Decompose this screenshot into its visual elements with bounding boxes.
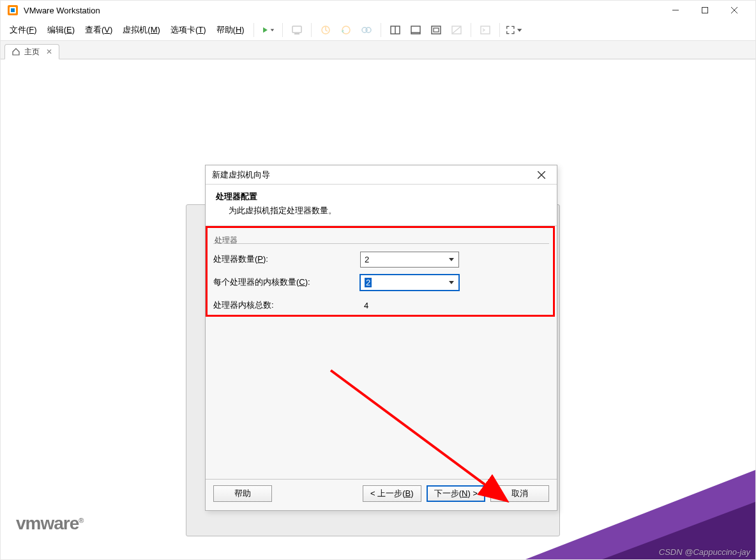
snapshot-take-icon[interactable] (317, 21, 335, 39)
wizard-footer: 帮助 < 上一步(B) 下一步(N) > 取消 (206, 479, 557, 507)
menu-tabs[interactable]: 选项卡(T) (165, 22, 211, 38)
svg-marker-27 (449, 258, 454, 261)
svg-point-14 (366, 27, 371, 33)
tab-close-icon[interactable]: ✕ (46, 47, 52, 56)
svg-rect-4 (702, 8, 708, 13)
vmware-logo: vmware® (16, 513, 83, 534)
svg-rect-2 (11, 8, 15, 12)
processor-group-label: 处理器 (215, 235, 549, 246)
send-ctrl-alt-del-icon[interactable] (288, 21, 306, 39)
window-title: VMware Workstation (24, 6, 100, 15)
processors-count-value: 2 (365, 255, 369, 264)
dropdown-caret-icon[interactable] (270, 27, 275, 33)
title-bar: VMware Workstation (1, 1, 755, 20)
view-single-icon[interactable] (407, 21, 425, 39)
content-area: 新建虚拟机向导 处理器配置 为此虚拟机指定处理器数量。 处理器 处理器数量(P)… (1, 60, 755, 559)
dropdown-caret-icon[interactable] (517, 27, 522, 33)
total-cores-value: 4 (360, 301, 368, 310)
svg-rect-19 (432, 26, 441, 34)
console-icon[interactable] (476, 21, 494, 39)
wizard-title-bar: 新建虚拟机向导 (206, 165, 557, 185)
watermark-text: CSDN @Cappuccino-jay (659, 547, 750, 557)
view-unity-icon[interactable] (427, 21, 445, 39)
maximize-button[interactable] (690, 1, 720, 20)
fullscreen-icon[interactable] (505, 21, 523, 39)
svg-line-22 (453, 27, 460, 33)
wizard-body: 处理器 处理器数量(P): 2 每个处理器的内核数量(C): 2 (206, 226, 557, 479)
view-split-icon[interactable] (386, 21, 404, 39)
wizard-header-subtitle: 为此虚拟机指定处理器数量。 (216, 205, 547, 216)
tab-home[interactable]: 主页 ✕ (4, 44, 59, 59)
chevron-down-icon (448, 256, 455, 262)
minimize-button[interactable] (661, 1, 690, 20)
menu-vm[interactable]: 虚拟机(M) (117, 22, 165, 38)
menu-bar: 文件(F) 编辑(E) 查看(V) 虚拟机(M) 选项卡(T) 帮助(H) (1, 20, 755, 41)
svg-marker-28 (449, 281, 454, 284)
close-button[interactable] (720, 1, 749, 20)
help-button[interactable]: 帮助 (213, 485, 272, 502)
svg-rect-10 (294, 33, 299, 34)
processors-count-label: 处理器数量(P): (213, 254, 360, 265)
svg-marker-7 (263, 27, 268, 33)
cores-per-processor-value: 2 (365, 278, 372, 287)
svg-rect-20 (434, 28, 439, 32)
svg-marker-8 (270, 29, 274, 31)
cores-per-processor-label: 每个处理器的内核数量(C): (213, 276, 360, 288)
total-cores-label: 处理器内核总数: (213, 299, 360, 311)
wizard-title: 新建虚拟机向导 (212, 169, 270, 181)
new-vm-wizard-dialog: 新建虚拟机向导 处理器配置 为此虚拟机指定处理器数量。 处理器 处理器数量(P)… (205, 165, 557, 511)
menu-file[interactable]: 文件(F) (4, 22, 42, 38)
back-button[interactable]: < 上一步(B) (363, 485, 421, 502)
menu-edit[interactable]: 编辑(E) (42, 22, 80, 38)
snapshot-manager-icon[interactable] (358, 21, 375, 39)
app-icon (7, 4, 19, 16)
tab-strip: 主页 ✕ (1, 41, 755, 59)
app-window: VMware Workstation 文件(F) 编辑(E) 查看(V) 虚拟机… (0, 0, 756, 560)
wizard-header: 处理器配置 为此虚拟机指定处理器数量。 (206, 185, 557, 226)
next-button[interactable]: 下一步(N) > (427, 485, 485, 502)
wizard-header-title: 处理器配置 (216, 191, 547, 202)
svg-marker-24 (517, 29, 522, 32)
svg-rect-9 (292, 26, 301, 33)
snapshot-revert-icon[interactable] (337, 21, 355, 39)
menu-help[interactable]: 帮助(H) (211, 22, 250, 38)
tab-home-label: 主页 (24, 47, 40, 57)
view-disabled-icon (448, 21, 465, 39)
power-on-button[interactable] (259, 21, 277, 39)
wizard-close-button[interactable] (533, 167, 550, 183)
processors-count-combo[interactable]: 2 (360, 252, 459, 268)
cores-per-processor-combo[interactable]: 2 (360, 275, 459, 291)
chevron-down-icon (448, 279, 455, 285)
home-icon (11, 47, 20, 56)
menu-view[interactable]: 查看(V) (80, 22, 117, 38)
